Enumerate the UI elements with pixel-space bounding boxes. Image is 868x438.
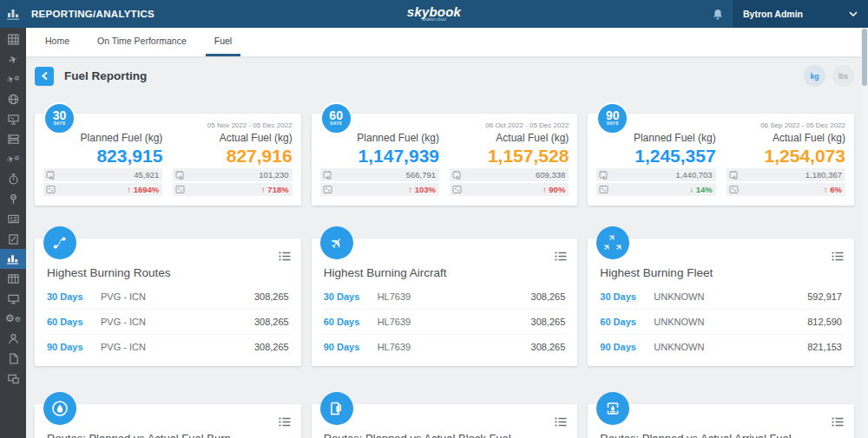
departure-board-icon — [8, 114, 19, 125]
fuel-summary-card-90: 90 DAYS 06 Sep 2022 - 05 Dec 2022 Planne… — [588, 114, 854, 206]
days-badge: 60 DAYS — [320, 102, 352, 134]
period-link[interactable]: 60 Days — [47, 317, 97, 327]
list-item: 90 Days PVG - ICN 308,265 — [45, 335, 291, 359]
fuel-pump-icon — [320, 392, 353, 425]
fleet-icon: ✈ ✈ ✈ — [596, 226, 629, 259]
secondary-row: 45,921 — [43, 168, 162, 181]
unit-lbs-button[interactable]: lbs — [832, 65, 854, 87]
airplane-gear-icon: ✈⚙ — [5, 72, 21, 87]
back-button[interactable] — [35, 67, 54, 86]
days-badge: 30 DAYS — [43, 102, 76, 134]
card-title: Highest Burning Fleet — [598, 266, 844, 279]
sidebar-item-world[interactable] — [0, 89, 26, 109]
scrollbar-thumb[interactable] — [862, 29, 867, 86]
period-link[interactable]: 90 Days — [47, 342, 97, 352]
tab-on-time-performance[interactable]: On Time Performance — [89, 36, 195, 56]
period-link[interactable]: 30 Days — [324, 291, 374, 302]
fuel-drop-icon — [43, 392, 76, 425]
routes-fuel-burn-card: Routes: Planned vs Actual Fuel Burn Rout… — [35, 404, 301, 438]
tab-home[interactable]: Home — [36, 36, 78, 56]
sidebar-item-settings[interactable]: ⚙⚙ — [0, 309, 26, 329]
sidebar-item-display[interactable] — [0, 289, 26, 309]
calendar-percent-icon — [452, 185, 462, 194]
notifications-button[interactable] — [703, 0, 733, 28]
clipboard-edit-icon — [8, 233, 19, 245]
fuel-summary-card-30: 30 DAYS 05 Nov 2022 - 05 Dec 2022 Planne… — [35, 114, 301, 206]
sidebar: ✈ ✈⚙ ✈⚙ ⚙⚙ — [0, 28, 26, 438]
sidebar-item-aircraft-settings[interactable]: ✈⚙ — [0, 149, 26, 169]
sidebar-item-times[interactable] — [0, 169, 26, 189]
period-link[interactable]: 30 Days — [47, 291, 97, 302]
sidebar-item-departure-board[interactable] — [0, 109, 26, 129]
id-card-icon — [8, 213, 19, 225]
planned-fuel-column: Planned Fuel (kg) 823,915 45,921 ↑ 1694% — [43, 132, 162, 196]
date-range: 05 Nov 2022 - 05 Dec 2022 — [43, 121, 293, 131]
list-rows-icon — [8, 134, 19, 145]
list-item: 90 Days HL7639 308,265 — [322, 335, 568, 359]
secondary-row: 101,230 — [173, 168, 292, 181]
main-area: Home On Time Performance Fuel Fuel Repor… — [26, 28, 868, 438]
unit-kg-button[interactable]: kg — [804, 65, 825, 87]
list-item: 60 Days HL7639 308,265 — [322, 310, 568, 335]
sidebar-item-flights[interactable]: ✈ — [0, 49, 26, 69]
app-title: REPORTING/ANALYTICS — [31, 9, 155, 19]
fuel-summary-row: 30 DAYS 05 Nov 2022 - 05 Dec 2022 Planne… — [35, 114, 854, 206]
vertical-scrollbar[interactable] — [861, 28, 868, 438]
calendar-percent-icon — [323, 185, 332, 194]
unit-toggle: kg lbs — [804, 65, 854, 87]
planned-fuel-column: Planned Fuel (kg) 1,147,939 566,791 ↑ 10… — [320, 132, 439, 196]
card-menu-icon[interactable] — [555, 249, 567, 265]
card-menu-icon[interactable] — [555, 415, 567, 430]
card-menu-icon[interactable] — [279, 249, 291, 265]
devices-icon — [8, 373, 19, 384]
card-menu-icon[interactable] — [832, 249, 844, 265]
period-link[interactable]: 60 Days — [600, 317, 650, 327]
user-menu[interactable]: Bytron Admin — [733, 0, 868, 28]
tab-fuel[interactable]: Fuel — [206, 36, 240, 56]
date-range: 06 Oct 2022 - 05 Dec 2022 — [320, 121, 569, 131]
sidebar-item-data-tables[interactable] — [0, 269, 26, 289]
highest-burning-routes-card: Highest Burning Routes 30 Days PVG - ICN… — [35, 239, 301, 366]
highest-burning-aircraft-card: ✈ Highest Burning Aircraft 30 Days HL763… — [312, 239, 578, 366]
calendar-sync-icon — [599, 170, 608, 180]
secondary-row: 609,338 — [450, 168, 569, 181]
app-logo-icon[interactable] — [0, 0, 26, 28]
calendar-sync-icon — [452, 170, 462, 180]
trend-row: ↑ 718% — [173, 183, 292, 196]
sidebar-item-reporting-analytics[interactable] — [0, 249, 26, 269]
sidebar-item-dashboard[interactable] — [0, 29, 26, 49]
sidebar-item-documents[interactable] — [0, 349, 26, 369]
planned-fuel-value: 1,245,357 — [596, 145, 715, 167]
page-header: Fuel Reporting kg lbs — [35, 65, 854, 87]
chevron-left-icon — [41, 71, 49, 81]
sidebar-item-flight-ops[interactable]: ✈⚙ — [0, 69, 26, 89]
sidebar-item-lists[interactable] — [0, 129, 26, 149]
calendar-sync-icon — [729, 170, 739, 180]
period-link[interactable]: 90 Days — [600, 342, 650, 352]
top-bar: REPORTING/ANALYTICS skybook aviation clo… — [0, 0, 868, 28]
card-title: Highest Burning Aircraft — [322, 266, 568, 279]
period-link[interactable]: 90 Days — [324, 342, 374, 352]
card-menu-icon[interactable] — [279, 415, 291, 430]
trend-row: ↑ 1694% — [43, 183, 162, 196]
content: Fuel Reporting kg lbs 30 DAYS 05 Nov 202… — [26, 65, 868, 438]
secondary-row: 566,791 — [320, 168, 439, 181]
reports-icon — [7, 253, 19, 265]
airplane-icon: ✈ — [7, 53, 19, 66]
trend-row: ↑ 6% — [727, 183, 845, 196]
list-item: 30 Days PVG - ICN 308,265 — [45, 284, 291, 310]
pin-icon — [8, 193, 19, 205]
period-link[interactable]: 30 Days — [600, 291, 650, 302]
sidebar-item-pinned[interactable] — [0, 189, 26, 209]
sidebar-item-journey-log[interactable] — [0, 209, 26, 229]
routes-compare-row: Routes: Planned vs Actual Fuel Burn Rout… — [35, 404, 854, 438]
document-icon — [8, 353, 19, 364]
tab-bar: Home On Time Performance Fuel — [26, 28, 868, 56]
card-menu-icon[interactable] — [832, 415, 844, 430]
sidebar-item-forms[interactable] — [0, 229, 26, 249]
table-icon — [8, 273, 19, 284]
period-link[interactable]: 60 Days — [324, 317, 374, 327]
sidebar-item-users[interactable] — [0, 329, 26, 349]
sidebar-item-devices[interactable] — [0, 369, 26, 389]
calendar-sync-icon — [323, 170, 332, 180]
